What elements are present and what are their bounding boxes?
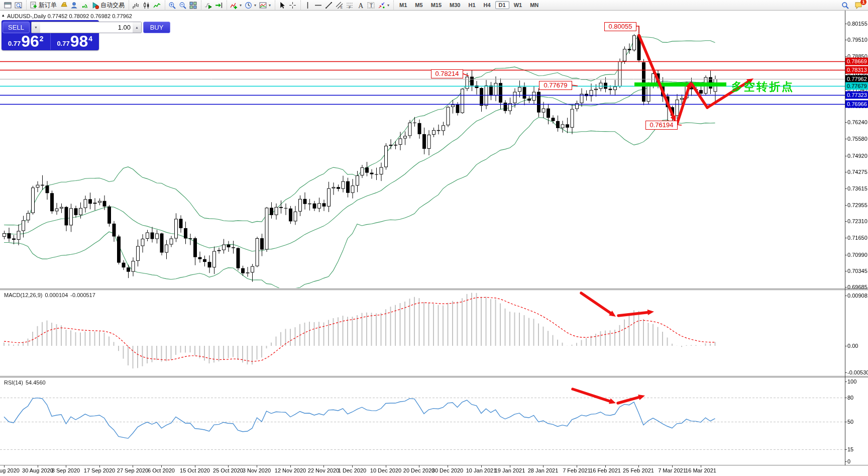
volume-input[interactable] xyxy=(40,22,133,33)
sell-button[interactable]: SELL xyxy=(3,22,30,33)
timeframe-mn[interactable]: MN xyxy=(526,1,542,9)
profiles-icon[interactable] xyxy=(13,1,24,10)
timeframe-m5[interactable]: M5 xyxy=(411,1,426,9)
price-badge: 0.77323 xyxy=(845,91,868,99)
date-label: 16 Feb 2021 xyxy=(590,467,621,473)
search-icon[interactable] xyxy=(840,1,850,10)
price-badge: 0.77962 xyxy=(845,75,868,82)
dropdown-caret-icon[interactable]: ▾ xyxy=(240,3,242,8)
text-icon: A xyxy=(357,2,364,9)
price-callout[interactable]: 0.78214 xyxy=(431,69,463,78)
sell-price[interactable]: 0.77 96 2 xyxy=(2,33,51,50)
date-label: 7 Feb 2021 xyxy=(563,467,591,473)
timeframe-h4[interactable]: H4 xyxy=(480,1,494,9)
dropdown-caret-icon[interactable]: ▾ xyxy=(269,3,271,8)
date-label: 30 Dec 2020 xyxy=(432,467,463,473)
buy-price-big: 98 xyxy=(70,34,88,49)
svg-text:T: T xyxy=(370,2,373,8)
price-badge: 0.78669 xyxy=(845,57,868,65)
date-label: 25 Feb 2021 xyxy=(623,467,654,473)
macd-tick-label: 0.00 xyxy=(847,343,858,349)
timeframe-m15[interactable]: M15 xyxy=(427,1,445,9)
crosshair-icon[interactable] xyxy=(287,1,298,10)
price-tick-label: 0.80155 xyxy=(847,21,867,27)
timeframe-h1[interactable]: H1 xyxy=(465,1,479,9)
date-label: 27 Sep 2020 xyxy=(117,467,148,473)
community-icon[interactable] xyxy=(69,1,79,10)
toolbar-group xyxy=(165,1,200,10)
vertical-line-icon[interactable] xyxy=(302,1,313,10)
periods-icon[interactable]: ▾ xyxy=(243,1,258,10)
timeframe-d1[interactable]: D1 xyxy=(495,1,509,9)
rsi-label: RSI(14)54.4560 xyxy=(4,379,48,386)
time-axis[interactable]: 20 Aug 202030 Aug 20208 Sep 202017 Sep 2… xyxy=(0,465,845,476)
date-label: 3 Nov 2020 xyxy=(243,467,271,473)
volume-increase-button[interactable]: ▲ xyxy=(133,22,141,33)
price-badge: 0.78313 xyxy=(845,66,868,74)
date-label: 20 Dec 2020 xyxy=(403,467,435,473)
toolbar: 新订单自动交易▾▾▾EFAT▾M1M5M15M30H1H4D1W1MN1 xyxy=(0,0,868,11)
dropdown-caret-icon[interactable]: ▾ xyxy=(254,3,256,8)
text-icon[interactable]: A xyxy=(355,1,366,10)
toolbar-group xyxy=(1,1,25,10)
tile-windows-icon xyxy=(189,2,197,9)
line-chart-icon[interactable] xyxy=(152,1,162,10)
cursor-icon[interactable] xyxy=(277,1,287,10)
price-badge: 0.76966 xyxy=(845,100,868,108)
signals-icon[interactable] xyxy=(79,1,90,10)
shapes-icon[interactable]: ▾ xyxy=(376,1,391,10)
candlestick-chart-icon[interactable] xyxy=(141,1,152,10)
price-callout[interactable]: 0.76194 xyxy=(645,121,678,130)
templates-icon xyxy=(259,2,267,9)
trendline-icon[interactable] xyxy=(323,1,334,10)
date-label: 22 Nov 2020 xyxy=(308,467,339,473)
buy-button[interactable]: BUY xyxy=(143,22,170,33)
trendline-icon xyxy=(325,2,333,9)
templates-icon[interactable]: ▾ xyxy=(258,1,272,10)
date-label: 16 Mar 2021 xyxy=(685,467,716,473)
annotation-text[interactable]: 多空转折点 xyxy=(731,79,794,94)
zoom-in-icon xyxy=(168,2,176,9)
svg-text:A: A xyxy=(358,2,363,9)
zoom-out-icon[interactable] xyxy=(177,1,188,10)
indicators-icon xyxy=(230,2,238,9)
indicators-icon[interactable]: ▾ xyxy=(229,1,243,10)
zoom-out-icon xyxy=(179,2,186,9)
new-chart-icon xyxy=(4,2,12,9)
chart-shift-icon[interactable] xyxy=(213,1,224,10)
date-label: 17 Sep 2020 xyxy=(84,467,115,473)
timeframe-w1[interactable]: W1 xyxy=(510,1,526,9)
rsi-tick-label: 80 xyxy=(847,395,853,401)
date-label: 12 Nov 2020 xyxy=(275,467,306,473)
label-icon: T xyxy=(367,2,375,9)
price-callout[interactable]: 0.80055 xyxy=(604,22,636,31)
one-click-collapse-arrow[interactable]: ▴ xyxy=(2,13,5,18)
tile-windows-icon[interactable] xyxy=(188,1,198,10)
channel-icon[interactable]: E xyxy=(334,1,345,10)
buy-price-prefix: 0.77 xyxy=(57,40,69,47)
cursor-icon xyxy=(278,2,286,9)
dropdown-caret-icon[interactable]: ▾ xyxy=(387,3,389,8)
timeframe-m30[interactable]: M30 xyxy=(446,1,464,9)
zoom-in-icon[interactable] xyxy=(167,1,177,10)
volume-decrease-button[interactable]: ▼ xyxy=(32,22,40,33)
horizontal-line-icon[interactable] xyxy=(313,1,323,10)
price-callout[interactable]: 0.77679 xyxy=(539,81,572,90)
fibonacci-icon[interactable]: F xyxy=(345,1,355,10)
notifications-icon[interactable]: 1 xyxy=(853,1,864,10)
toolbar-group xyxy=(129,1,164,10)
timeframe-m1[interactable]: M1 xyxy=(396,1,410,9)
new-chart-icon[interactable] xyxy=(3,1,13,10)
label-icon[interactable]: T xyxy=(366,1,376,10)
new-order-icon xyxy=(30,2,37,9)
deposit-icon[interactable] xyxy=(58,1,69,10)
buy-price-sup: 4 xyxy=(88,35,92,43)
bar-chart-icon[interactable] xyxy=(131,1,141,10)
date-label: 19 Jan 2021 xyxy=(495,467,525,473)
autotrading-icon[interactable]: 自动交易 xyxy=(90,1,126,10)
sell-price-sup: 2 xyxy=(40,35,44,43)
buy-price[interactable]: 0.77 98 4 xyxy=(51,33,99,50)
auto-scroll-icon[interactable] xyxy=(203,1,213,10)
new-order-icon[interactable]: 新订单 xyxy=(28,1,58,10)
one-click-trading-panel: SELL ▼ ▲ BUY 0.77 96 2 0.77 98 4 xyxy=(2,20,99,50)
